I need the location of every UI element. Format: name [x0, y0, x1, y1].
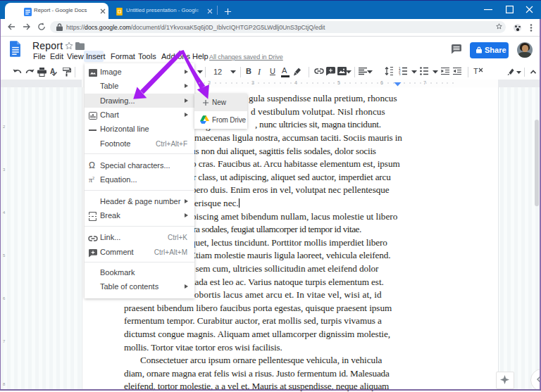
- svg-text:8: 8: [3, 382, 6, 386]
- svg-text:4: 4: [3, 210, 6, 215]
- svg-text:6: 6: [3, 296, 6, 301]
- svg-text:5: 5: [3, 253, 6, 258]
- svg-text:2: 2: [3, 125, 6, 129]
- svg-text:7: 7: [3, 339, 6, 343]
- svg-text:7: 7: [423, 80, 426, 85]
- svg-text:T: T: [473, 67, 478, 75]
- svg-text:3: 3: [399, 73, 401, 76]
- svg-text:3: 3: [3, 167, 6, 172]
